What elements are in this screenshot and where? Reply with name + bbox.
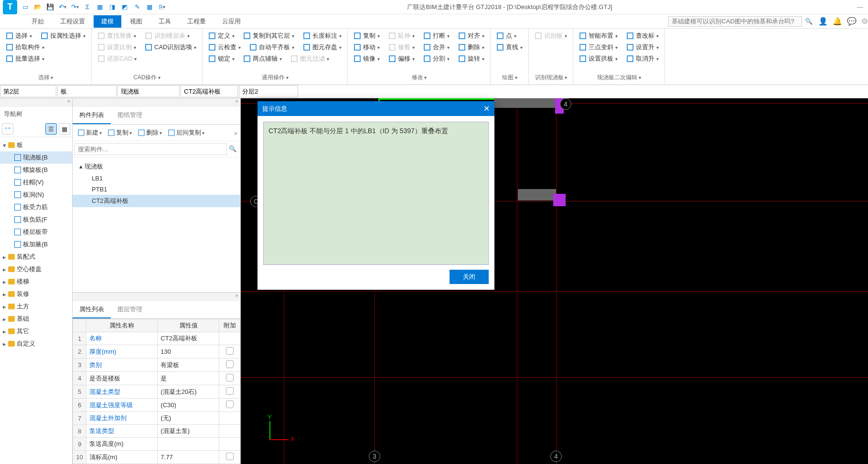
ribbon-选择[interactable]: 选择 [4, 31, 34, 41]
ribbon-点[interactable]: 点 [494, 31, 518, 41]
prop-row[interactable]: 5混凝土类型(混凝土20石) [73, 385, 240, 399]
prop-value[interactable]: 有梁板 [158, 359, 219, 372]
tab-工程量[interactable]: 工程量 [180, 15, 214, 28]
tab-建模[interactable]: 建模 [94, 15, 121, 28]
dialog-close-icon[interactable]: ✕ [483, 104, 490, 113]
qat-check-icon[interactable]: ◨ [107, 2, 118, 12]
comp-item-PTB1[interactable]: PTB1 [73, 184, 240, 195]
chat-icon[interactable]: 💬 [847, 17, 857, 26]
nav-item-柱帽(V)[interactable]: 柱帽(V) [0, 176, 72, 189]
prop-extra-checkbox[interactable] [219, 451, 240, 464]
qat-undo-icon[interactable]: ↶ [57, 2, 68, 12]
ribbon-设置升[interactable]: 设置升 [624, 42, 661, 53]
gear-icon[interactable]: ⚙ [861, 17, 868, 26]
ribbon-两点辅轴[interactable]: 两点辅轴 [241, 53, 284, 64]
prop-row[interactable]: 4是否是楼板是 [73, 372, 240, 385]
nav-item-板受力筋[interactable]: 板受力筋 [0, 201, 72, 213]
prop-value[interactable]: (混凝土20石) [158, 385, 219, 399]
ribbon-CAD识别选项[interactable]: CAD识别选项 [143, 42, 198, 53]
nav-cat-装修[interactable]: ▸ 装修 [0, 288, 72, 300]
prop-value[interactable]: (混凝土泵) [158, 425, 219, 438]
ribbon-设置拱板[interactable]: 设置拱板 [577, 53, 620, 64]
nav-expand-icon[interactable]: ⁺⁺ [2, 123, 13, 135]
comp-tab-图纸管理[interactable]: 图纸管理 [111, 107, 149, 124]
qat-new-icon[interactable]: ▭ [20, 2, 31, 12]
ribbon-三点变斜[interactable]: 三点变斜 [577, 42, 620, 53]
nav-cat-空心楼盖[interactable]: ▸ 空心楼盖 [0, 263, 72, 275]
prop-extra-checkbox[interactable] [219, 345, 240, 359]
ribbon-批量选择[interactable]: 批量选择 [4, 53, 46, 64]
component-search-input[interactable] [75, 143, 227, 155]
ribbon-长度标注[interactable]: 长度标注 [301, 31, 343, 41]
prop-extra-checkbox[interactable] [219, 425, 240, 438]
nav-cat-楼梯[interactable]: ▸ 楼梯 [0, 275, 72, 288]
layer-select[interactable]: 分层2 [239, 85, 298, 97]
comp-close-icon[interactable]: × [73, 98, 240, 107]
qat-grid-icon[interactable]: ▦ [144, 2, 155, 12]
ribbon-自动平齐板[interactable]: 自动平齐板 [247, 42, 296, 53]
prop-value[interactable]: CT2高端补板 [158, 332, 219, 345]
comp-新建-button[interactable]: 新建 [75, 127, 104, 138]
nav-root[interactable]: ▾ 板 [0, 139, 72, 151]
comp-root[interactable]: ▴ 现浇板 [73, 160, 240, 173]
type-select[interactable]: 现浇板 [118, 85, 180, 97]
user-icon[interactable]: 👤 [818, 17, 828, 26]
ribbon-group-现浇板二次编辑[interactable]: 现浇板二次编辑 [577, 73, 661, 83]
nav-cat-其它[interactable]: ▸ 其它 [0, 325, 72, 337]
bell-icon[interactable]: 🔔 [833, 17, 842, 26]
component-select[interactable]: CT2高端补板 [181, 85, 238, 97]
search-icon[interactable]: 🔍 [805, 18, 813, 25]
qat-cloud-icon[interactable]: ◩ [119, 2, 130, 12]
comp-层间复制-button[interactable]: 层间复制 [166, 127, 206, 138]
category-select[interactable]: 板 [57, 85, 117, 97]
comp-item-LB1[interactable]: LB1 [73, 173, 240, 184]
ribbon-直线[interactable]: 直线 [494, 42, 525, 53]
ribbon-智能布置[interactable]: 智能布置 [577, 31, 620, 41]
prop-extra-checkbox[interactable] [219, 412, 240, 425]
nav-item-螺旋板(B[interactable]: 螺旋板(B [0, 164, 72, 176]
prop-row[interactable]: 8泵送类型(混凝土泵) [73, 425, 240, 438]
props-close-icon[interactable]: × [73, 293, 240, 301]
prop-extra-checkbox[interactable] [219, 332, 240, 345]
comp-删除-button[interactable]: 删除 [136, 127, 164, 138]
prop-row[interactable]: 9泵送高度(m) [73, 438, 240, 451]
tab-工具[interactable]: 工具 [151, 15, 179, 28]
ribbon-锁定[interactable]: 锁定 [206, 53, 236, 64]
window-minimize-icon[interactable]: — [857, 3, 863, 11]
ribbon-复制到其它层[interactable]: 复制到其它层 [241, 31, 296, 41]
qat-calc-icon[interactable]: ▦ [95, 2, 105, 12]
qat-sum-icon[interactable]: Σ [82, 2, 93, 12]
nav-item-楼层板带[interactable]: 楼层板带 [0, 226, 72, 238]
qat-edit-icon[interactable]: ✎ [132, 2, 142, 12]
tab-视图[interactable]: 视图 [122, 15, 150, 28]
search-icon[interactable]: 🔍 [227, 143, 238, 155]
prop-row[interactable]: 2厚度(mm)130 [73, 345, 240, 359]
ribbon-合并[interactable]: 合并 [421, 42, 451, 53]
qat-open-icon[interactable]: 📂 [32, 2, 43, 12]
nav-close-icon[interactable]: × [0, 98, 72, 107]
prop-extra-checkbox[interactable] [219, 438, 240, 451]
prop-row[interactable]: 7混凝土外加剂(无) [73, 412, 240, 425]
ribbon-group-选择[interactable]: 选择 [4, 73, 87, 83]
ribbon-按属性选择[interactable]: 按属性选择 [39, 31, 87, 41]
prop-extra-checkbox[interactable] [219, 359, 240, 372]
prop-extra-checkbox[interactable] [219, 385, 240, 399]
prop-row[interactable]: 3类别有梁板 [73, 359, 240, 372]
comp-tab-构件列表[interactable]: 构件列表 [73, 107, 111, 124]
ribbon-group-识别现浇板[interactable]: 识别现浇板 [533, 73, 569, 83]
ribbon-偏移[interactable]: 偏移 [386, 53, 417, 64]
ribbon-group-修改[interactable]: 修改 [352, 73, 486, 83]
ribbon-旋转[interactable]: 旋转 [456, 53, 486, 64]
prop-value[interactable]: (C30) [158, 399, 219, 412]
help-search-input[interactable] [668, 16, 802, 27]
ribbon-定义[interactable]: 定义 [206, 31, 236, 41]
comp-复制-button[interactable]: 复制 [106, 127, 134, 138]
qat-save-icon[interactable]: 💾 [45, 2, 55, 12]
nav-view-list-icon[interactable]: ☰ [45, 123, 57, 135]
ribbon-对齐[interactable]: 对齐 [456, 31, 486, 41]
prop-tab-图层管理[interactable]: 图层管理 [111, 301, 149, 318]
ribbon-查改标[interactable]: 查改标 [624, 31, 661, 41]
nav-cat-基础[interactable]: ▸ 基础 [0, 313, 72, 325]
qat-redo-icon[interactable]: ↷ [70, 2, 80, 12]
ribbon-镜像[interactable]: 镜像 [352, 53, 382, 64]
